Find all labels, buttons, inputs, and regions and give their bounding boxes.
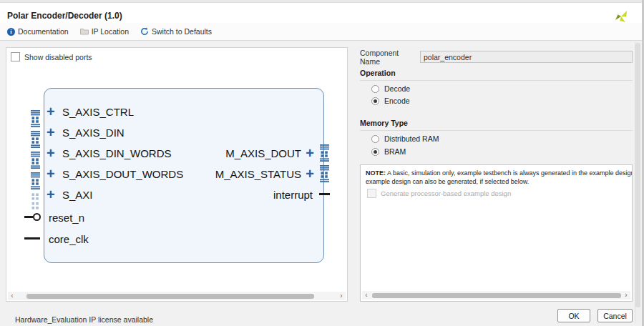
scrollbar-thumb[interactable] (635, 43, 640, 307)
port-label: core_clk (49, 233, 89, 245)
interface-pins-icon (31, 110, 40, 127)
interface-pins-icon (31, 152, 40, 169)
reset-stub-line (24, 216, 33, 218)
port-row: + S_AXIS_CTRL (47, 103, 134, 120)
info-icon: i (7, 28, 15, 36)
note-h-scrollbar[interactable]: ‹ › (362, 291, 630, 300)
radio-label: Distributed RAM (384, 134, 439, 143)
active-low-bubble-icon (33, 213, 41, 221)
interface-pins-icon (31, 131, 40, 148)
clock-stub-line (24, 237, 40, 239)
scroll-left-icon[interactable]: ‹ (8, 292, 16, 300)
port-row: M_AXIS_STATUS + (150, 165, 314, 182)
generate-example-label: Generate processor-based example design (381, 189, 511, 197)
scrollbar-thumb[interactable] (26, 294, 314, 299)
radio-decode[interactable]: Decode (371, 84, 410, 94)
port-row: interrupt (150, 186, 313, 203)
port-row: + S_AXI (47, 186, 93, 203)
license-status-text: Hardware_Evaluation IP license available (15, 315, 153, 324)
note-text-line1: NOTE: A basic, simulation only, example … (366, 169, 633, 177)
radio-circle-selected-icon[interactable] (371, 148, 379, 156)
port-label: S_AXIS_DIN (62, 127, 125, 139)
port-row: M_AXIS_DOUT + (150, 144, 314, 162)
expand-plus-icon[interactable]: + (301, 166, 314, 182)
radio-label: BRAM (384, 147, 406, 156)
expand-plus-icon[interactable]: + (47, 124, 62, 140)
radio-label: Encode (384, 97, 410, 105)
port-row: + S_AXIS_DIN (47, 124, 125, 141)
radio-circle-icon[interactable] (371, 85, 379, 93)
port-label: interrupt (273, 189, 313, 201)
component-name-label: Component Name (360, 49, 420, 66)
radio-label: Decode (384, 84, 410, 93)
component-name-input[interactable] (420, 51, 633, 63)
note-prefix: NOTE: (366, 169, 386, 177)
port-label: M_AXIS_STATUS (215, 168, 301, 180)
expand-plus-icon[interactable]: + (47, 145, 62, 161)
component-name-row: Component Name (360, 51, 633, 63)
checkbox-box[interactable] (11, 52, 20, 61)
section-heading-operation: Operation (360, 69, 633, 81)
interface-pins-icon (320, 144, 329, 162)
port-row: core_clk (49, 230, 89, 247)
ip-location-label: IP Location (92, 27, 129, 36)
expand-plus-icon[interactable]: + (301, 145, 314, 161)
show-disabled-ports-label: Show disabled ports (24, 53, 92, 61)
section-heading-memory-type: Memory Type (360, 119, 633, 131)
cancel-button[interactable]: Cancel (597, 309, 633, 322)
scroll-left-icon[interactable]: ‹ (362, 291, 371, 300)
expand-plus-icon[interactable]: + (47, 166, 62, 182)
block-diagram-panel: Show disabled ports + S_AXIS_CTRL + S_AX… (6, 47, 348, 302)
generate-example-checkbox: Generate processor-based example design (367, 189, 511, 198)
radio-encode[interactable]: Encode (371, 96, 410, 106)
documentation-button[interactable]: i Documentation (7, 27, 69, 36)
ok-button[interactable]: OK (557, 309, 590, 322)
documentation-label: Documentation (18, 27, 69, 36)
xilinx-logo-icon (614, 9, 628, 24)
scrollbar-thumb[interactable] (372, 293, 621, 298)
radio-bram[interactable]: BRAM (371, 147, 406, 157)
radio-distributed-ram[interactable]: Distributed RAM (371, 134, 439, 144)
port-label: reset_n (49, 212, 84, 224)
ip-location-button[interactable]: IP Location (80, 27, 129, 36)
expand-plus-icon[interactable]: + (47, 187, 62, 202)
radio-circle-icon[interactable] (371, 135, 379, 143)
refresh-icon (140, 27, 149, 36)
expand-plus-icon[interactable]: + (47, 104, 62, 119)
diagram-h-scrollbar[interactable]: ‹ › (8, 292, 346, 300)
show-disabled-ports-checkbox[interactable]: Show disabled ports (11, 52, 92, 61)
interrupt-stub-line (319, 193, 330, 195)
port-label: S_AXIS_CTRL (62, 106, 134, 118)
scroll-right-icon[interactable]: › (337, 292, 346, 300)
title-bar: Polar Encoder/Decoder (1.0) (0, 3, 644, 23)
port-row: reset_n (49, 209, 84, 226)
example-design-note-box: NOTE: A basic, simulation only, example … (360, 164, 633, 302)
interface-pins-icon (320, 165, 329, 182)
toolbar: i Documentation IP Location Switch to De… (0, 23, 644, 41)
checkbox-disabled-box (367, 189, 376, 198)
port-label: S_AXI (62, 189, 93, 201)
switch-to-defaults-label: Switch to Defaults (152, 27, 212, 36)
page-title: Polar Encoder/Decoder (1.0) (7, 11, 122, 21)
note-text-line2: example design can also be generated, if… (366, 178, 529, 185)
folder-icon (80, 28, 89, 35)
switch-to-defaults-button[interactable]: Switch to Defaults (140, 27, 212, 36)
interface-pins-icon (31, 172, 40, 189)
radio-circle-selected-icon[interactable] (371, 97, 379, 105)
scroll-right-icon[interactable]: › (622, 291, 630, 300)
interface-pins-disabled-icon (31, 193, 40, 210)
port-label: M_AXIS_DOUT (225, 147, 301, 159)
